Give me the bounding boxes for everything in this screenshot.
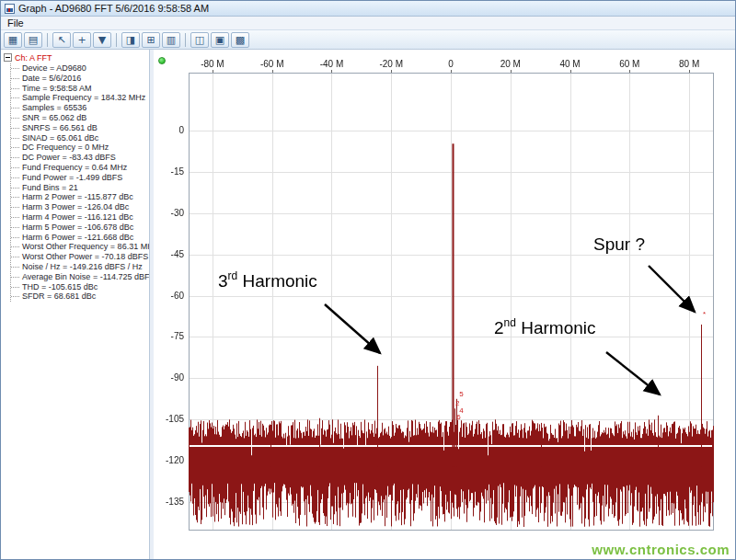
tree-item[interactable]: Date = 5/6/2016: [11, 74, 147, 84]
app-icon: [5, 4, 15, 14]
annotation-spur: Spur ?: [593, 234, 645, 255]
tree-item[interactable]: Harm 4 Power = -116.121 dBc: [11, 212, 147, 223]
toolbar-button-dropdown[interactable]: ▼: [93, 32, 111, 48]
toolbar-button-grid-b[interactable]: ▥: [162, 32, 180, 48]
tree-root-label[interactable]: Ch: A FFT: [15, 53, 52, 63]
annotation-harmonic2: 2nd Harmonic: [494, 317, 596, 338]
toolbar-button-window-a[interactable]: ◫: [190, 32, 209, 48]
app-window: Graph - AD9680 FFT 5/6/2016 9:58:58 AM F…: [0, 0, 736, 560]
tree-item[interactable]: Average Bin Noise = -114.725 dBFS: [11, 272, 147, 282]
tree-item[interactable]: DC Power = -83.43 dBFS: [11, 153, 147, 163]
toolbar-button-data-grid[interactable]: ▤: [24, 32, 42, 48]
measurements-tree-panel: Ch: A FFT Device = AD9680 Date = 5/6/201…: [1, 50, 150, 559]
tree-item[interactable]: DC Frequency = 0 MHz: [11, 143, 147, 153]
tree-item[interactable]: Device = AD9680: [11, 63, 147, 74]
toolbar-button-graph-view[interactable]: ▦: [4, 32, 22, 48]
toolbar-button-window-b[interactable]: ▣: [211, 32, 229, 48]
tree-item[interactable]: Harm 5 Power = -106.678 dBc: [11, 223, 147, 233]
status-indicator-icon: [158, 57, 166, 64]
tree-collapse-toggle[interactable]: [4, 53, 12, 62]
tree-item[interactable]: SINAD = 65.061 dBc: [11, 133, 147, 143]
title-bar: Graph - AD9680 FFT 5/6/2016 9:58:58 AM: [1, 1, 735, 17]
tree-item[interactable]: Harm 2 Power = -115.877 dBc: [11, 192, 147, 202]
tree-root-row: Ch: A FFT: [4, 52, 147, 63]
content-area: Ch: A FFT Device = AD9680 Date = 5/6/201…: [1, 50, 735, 559]
tree-item[interactable]: THD = -105.615 dBc: [11, 282, 147, 292]
toolbar-separator: [116, 33, 117, 47]
watermark: www.cntronics.com: [592, 542, 730, 557]
toolbar-button-export[interactable]: ◨: [121, 32, 140, 48]
tree-item[interactable]: Worst Other Frequency = 86.31 MHz: [11, 242, 147, 252]
fft-canvas[interactable]: [154, 50, 735, 559]
tree-item[interactable]: Sample Frequency = 184.32 MHz: [11, 93, 147, 103]
tree-item[interactable]: Worst Other Power = -70.18 dBFS: [11, 252, 147, 262]
toolbar-separator: [185, 33, 186, 47]
toolbar-button-crosshair[interactable]: +: [73, 32, 91, 48]
toolbar: ▦ ▤ ↖ + ▼ ◨ ⊞ ▥ ◫ ▣ ▩: [1, 30, 735, 50]
menu-bar: File: [1, 17, 735, 30]
menu-file[interactable]: File: [1, 17, 30, 29]
tree-item[interactable]: Harm 6 Power = -121.668 dBc: [11, 233, 147, 243]
toolbar-button-pointer[interactable]: ↖: [52, 32, 71, 48]
toolbar-separator: [47, 33, 48, 47]
toolbar-button-settings[interactable]: ▩: [231, 32, 249, 48]
tree-item[interactable]: Time = 9:58:58 AM: [11, 84, 147, 94]
plot-panel: 3rd Harmonic 2nd Harmonic Spur ? www.cnt…: [154, 50, 735, 559]
tree-item[interactable]: Fund Frequency = 0.64 MHz: [11, 163, 147, 173]
tree-item[interactable]: SNRFS = 66.561 dB: [11, 123, 147, 133]
tree-item[interactable]: Samples = 65536: [11, 103, 147, 113]
tree-item[interactable]: SFDR = 68.681 dBc: [11, 291, 147, 302]
tree-item[interactable]: Harm 3 Power = -126.04 dBc: [11, 202, 147, 212]
tree-item[interactable]: SNR = 65.062 dB: [11, 113, 147, 123]
tree-item[interactable]: Noise / Hz = -149.216 dBFS / Hz: [11, 262, 147, 272]
toolbar-button-grid-a[interactable]: ⊞: [142, 32, 160, 48]
annotation-harmonic3: 3rd Harmonic: [218, 270, 317, 291]
window-title: Graph - AD9680 FFT 5/6/2016 9:58:58 AM: [18, 3, 209, 14]
tree-item[interactable]: Fund Power = -1.499 dBFS: [11, 173, 147, 183]
tree-item[interactable]: Fund Bins = 21: [11, 183, 147, 193]
tree-items: Device = AD9680 Date = 5/6/2016 Time = 9…: [10, 63, 147, 302]
